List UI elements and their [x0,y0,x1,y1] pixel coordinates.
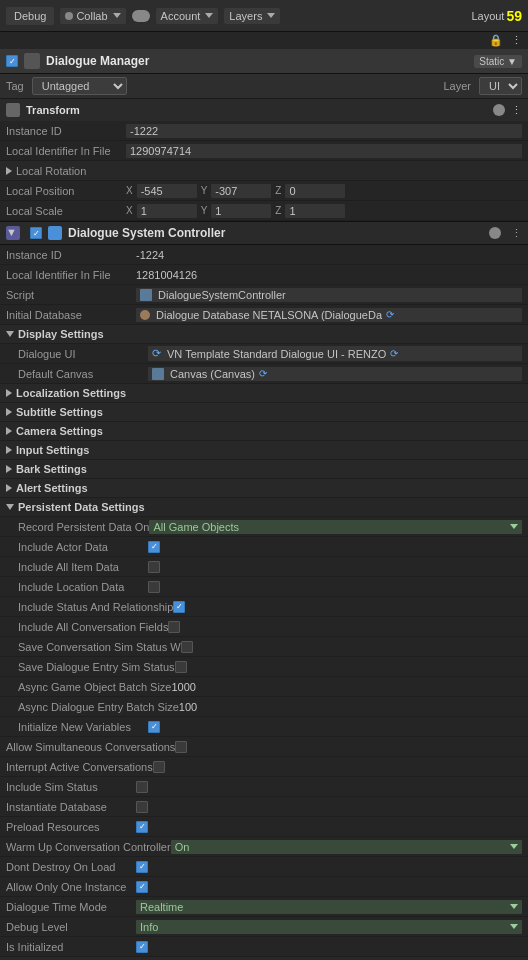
debug-tab[interactable]: Debug [6,7,54,25]
transform-title: Transform [26,104,487,116]
include-sim-status-label: Include Sim Status [6,781,136,793]
debug-level-dropdown[interactable]: Info [136,920,522,934]
local-scale-z[interactable]: 1 [285,204,345,218]
dialogue-time-mode-label: Dialogue Time Mode [6,901,136,913]
dsc-kebab-icon[interactable]: ⋮ [511,227,522,240]
preload-resources-checkbox[interactable]: ✓ [136,821,148,833]
bark-settings-row[interactable]: Bark Settings [0,460,528,479]
tag-select[interactable]: Untagged [32,77,127,95]
interrupt-active-checkbox[interactable] [153,761,165,773]
dsc-checkbox[interactable]: ✓ [30,227,42,239]
include-location-row: Include Location Data [0,577,528,597]
instance-id-value: -1222 [126,124,522,138]
init-new-vars-checkbox[interactable]: ✓ [148,721,160,733]
instance-id-row: Instance ID -1222 [0,121,528,141]
include-item-row: Include All Item Data [0,557,528,577]
dsc-initdb-value[interactable]: Dialogue Database NETALSONA (DialogueDa … [136,308,522,322]
input-settings-row[interactable]: Input Settings [0,441,528,460]
lock-icon[interactable]: 🔒 [489,34,503,47]
dialogue-ui-row: Dialogue UI ⟳ VN Template Standard Dialo… [0,344,528,364]
alert-arrow [6,484,12,492]
layout-button[interactable]: Layout 59 [471,8,522,24]
dsc-instance-id-value: -1224 [136,249,522,261]
instance-id-label: Instance ID [6,125,126,137]
camera-settings-row[interactable]: Camera Settings [0,422,528,441]
collab-button[interactable]: Collab [60,8,125,24]
dsc-collapse-icon[interactable]: ▼ [6,226,20,240]
dialogue-manager-checkbox[interactable]: ✓ [6,55,18,67]
local-position-label: Local Position [6,185,126,197]
collab-chevron-icon [113,13,121,18]
local-position-x[interactable]: -545 [137,184,197,198]
include-actor-label: Include Actor Data [18,541,148,553]
input-arrow [6,446,12,454]
dsc-settings-dot[interactable] [489,227,501,239]
save-conv-sim-label: Save Conversation Sim Status W [18,641,181,653]
dialogue-ui-refresh-icon[interactable]: ⟳ [390,348,398,359]
local-scale-label: Local Scale [6,205,126,217]
dsc-local-id-row: Local Identifier In File 1281004126 [0,265,528,285]
local-position-z[interactable]: 0 [285,184,345,198]
collab-dot-icon [65,12,73,20]
dsc-initdb-row: Initial Database Dialogue Database NETAL… [0,305,528,325]
account-button[interactable]: Account [156,8,219,24]
dialogue-time-mode-row: Dialogue Time Mode Realtime [0,897,528,917]
dsc-title: Dialogue System Controller [68,226,483,240]
transform-menu-icon[interactable]: ⋮ [511,104,522,117]
persistent-data-header[interactable]: Persistent Data Settings [0,498,528,517]
record-persistent-dropdown[interactable]: All Game Objects [149,520,522,534]
layer-select[interactable]: UI [479,77,522,95]
dialogue-time-mode-dropdown[interactable]: Realtime [136,900,522,914]
input-settings-label: Input Settings [16,444,89,456]
display-settings-row[interactable]: Display Settings [0,325,528,344]
is-initialized-checkbox[interactable]: ✓ [136,941,148,953]
save-conv-sim-checkbox[interactable] [181,641,193,653]
dont-destroy-row: Dont Destroy On Load ✓ [0,857,528,877]
save-dialogue-sim-checkbox[interactable] [175,661,187,673]
default-canvas-value[interactable]: Canvas (Canvas) ⟳ [148,367,522,381]
transform-settings-dot[interactable] [493,104,505,116]
local-rotation-row[interactable]: Local Rotation [0,161,528,181]
dsc-script-value[interactable]: DialogueSystemController [136,288,522,302]
async-game-obj-value: 1000 [171,681,522,693]
local-scale-y[interactable]: 1 [211,204,271,218]
async-dialogue-entry-value: 100 [179,701,522,713]
subtitle-settings-row[interactable]: Subtitle Settings [0,403,528,422]
y-label: Y [201,185,208,196]
include-location-checkbox[interactable] [148,581,160,593]
default-canvas-refresh-icon[interactable]: ⟳ [259,368,267,379]
instantiate-database-checkbox[interactable] [136,801,148,813]
local-position-y[interactable]: -307 [211,184,271,198]
include-actor-checkbox[interactable]: ✓ [148,541,160,553]
localization-settings-row[interactable]: Localization Settings [0,384,528,403]
include-status-checkbox[interactable]: ✓ [173,601,185,613]
include-item-checkbox[interactable] [148,561,160,573]
dialogue-ui-value[interactable]: ⟳ VN Template Standard Dialogue UI - REN… [148,346,522,361]
dsc-initdb-label: Initial Database [6,309,136,321]
layers-button[interactable]: Layers [224,8,280,24]
dsc-initdb-refresh-icon[interactable]: ⟳ [386,309,394,320]
include-item-label: Include All Item Data [18,561,148,573]
dsc-props: Instance ID -1224 Local Identifier In Fi… [0,245,528,960]
local-position-row: Local Position X -545 Y -307 Z 0 [0,181,528,201]
default-canvas-row: Default Canvas Canvas (Canvas) ⟳ [0,364,528,384]
static-badge[interactable]: Static ▼ [474,55,522,68]
warm-up-dropdown[interactable]: On [171,840,522,854]
include-conv-fields-label: Include All Conversation Fields [18,621,168,633]
include-conv-fields-checkbox[interactable] [168,621,180,633]
sx-label: X [126,205,133,216]
persistent-arrow [6,504,14,510]
transform-section-header[interactable]: Transform ⋮ [0,98,528,121]
default-canvas-icon [152,368,164,380]
include-actor-row: Include Actor Data ✓ [0,537,528,557]
alert-settings-row[interactable]: Alert Settings [0,479,528,498]
menu-icon[interactable]: ⋮ [511,34,522,47]
include-sim-status-checkbox[interactable] [136,781,148,793]
allow-simultaneous-checkbox[interactable] [175,741,187,753]
dont-destroy-checkbox[interactable]: ✓ [136,861,148,873]
interrupt-active-label: Interrupt Active Conversations [6,761,153,773]
allow-only-one-checkbox[interactable]: ✓ [136,881,148,893]
bark-arrow [6,465,12,473]
local-scale-x[interactable]: 1 [137,204,197,218]
dialogue-manager-title: Dialogue Manager [46,54,468,68]
